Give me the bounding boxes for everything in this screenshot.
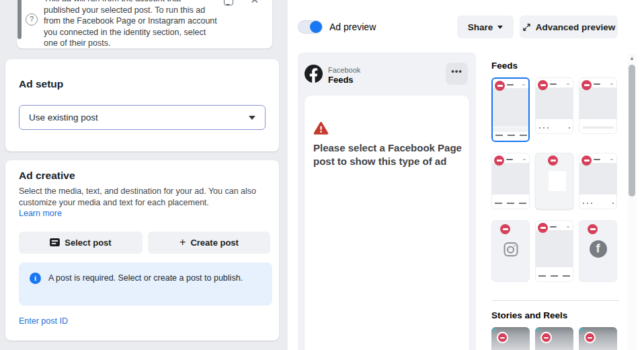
placement-thumbnail[interactable] <box>535 77 573 134</box>
placement-thumbnail[interactable] <box>491 77 530 142</box>
blocked-icon <box>495 81 505 91</box>
ad-preview-toggle[interactable] <box>298 20 323 34</box>
ad-setup-card: Ad setup Use existing post <box>5 59 279 151</box>
share-label: Share <box>468 22 493 32</box>
blocked-icon <box>497 332 508 343</box>
ad-preview-label: Ad preview <box>329 22 376 32</box>
plus-icon: + <box>179 236 186 248</box>
warning-icon <box>313 121 329 135</box>
blocked-icon <box>500 224 510 234</box>
facebook-icon: f <box>590 240 607 258</box>
placement-thumbnail[interactable] <box>535 153 573 209</box>
chevron-down-icon <box>249 116 255 123</box>
placement-preview-panel: Facebook Feeds ••• Please select a Faceb… <box>298 53 476 350</box>
toggle-knob <box>310 21 322 33</box>
instagram-icon <box>504 242 518 256</box>
ad-setup-dropdown[interactable]: Use existing post <box>19 105 266 130</box>
tooltip-text: This ad will run from the account thatpu… <box>44 0 217 49</box>
select-post-label: Select post <box>65 238 111 248</box>
ad-setup-title: Ad setup <box>19 78 63 90</box>
feedback-icon[interactable] <box>224 0 233 5</box>
close-icon[interactable]: ✕ <box>250 0 259 5</box>
stories-section-title: Stories and Reels <box>491 310 567 320</box>
chevron-down-icon <box>497 26 503 32</box>
platform-name: Facebook <box>328 66 360 74</box>
scrollbar-thumb[interactable] <box>629 65 635 197</box>
enter-post-id-link[interactable]: Enter post ID <box>19 316 68 326</box>
preview-card: Please select a Facebook Page post to sh… <box>305 96 469 350</box>
scroll-up-icon[interactable]: ▲ <box>627 55 637 61</box>
story-thumbnail[interactable] <box>579 327 617 350</box>
placements-list: Feeds f Stories and Reels <box>479 53 629 350</box>
identity-tooltip: ? This ad will run from the account that… <box>17 0 272 48</box>
feeds-thumbnails-grid: f <box>491 77 617 282</box>
info-icon: i <box>30 273 41 284</box>
stories-thumbnails-grid <box>491 327 617 350</box>
blocked-icon <box>548 155 558 166</box>
info-message: A post is required. Select or create a p… <box>48 272 258 284</box>
placement-thumbnail[interactable] <box>579 77 617 134</box>
select-post-button[interactable]: Select post <box>19 232 143 254</box>
advanced-preview-button[interactable]: Advanced preview <box>520 15 618 38</box>
blocked-icon <box>494 155 504 166</box>
post-icon <box>50 238 60 247</box>
ad-creative-description: Select the media, text, and destination … <box>19 186 268 209</box>
blocked-icon <box>584 332 596 343</box>
story-thumbnail[interactable] <box>535 327 573 350</box>
story-thumbnail[interactable] <box>491 327 530 350</box>
ad-creative-title: Ad creative <box>19 170 75 182</box>
panel-scrollbar: ▲ <box>627 54 637 350</box>
learn-more-link[interactable]: Learn more <box>19 209 62 218</box>
create-post-button[interactable]: + Create post <box>148 232 270 254</box>
section-divider <box>491 300 619 301</box>
ad-preview-panel: Ad preview Share Advanced preview Facebo… <box>288 0 644 350</box>
more-options-button[interactable]: ••• <box>446 63 468 85</box>
create-post-label: Create post <box>190 238 239 248</box>
facebook-icon <box>305 65 323 83</box>
dropdown-value: Use existing post <box>29 112 249 123</box>
blocked-icon <box>540 332 552 343</box>
expand-icon <box>522 23 531 32</box>
share-button[interactable]: Share <box>457 15 514 38</box>
help-icon[interactable]: ? <box>26 13 38 26</box>
blocked-icon <box>538 80 548 90</box>
blocked-icon <box>581 80 592 90</box>
placement-thumbnail[interactable] <box>491 153 530 209</box>
tooltip-scrollbar[interactable] <box>17 0 22 39</box>
blocked-icon <box>588 224 598 234</box>
placement-name: Feeds <box>328 75 354 85</box>
placement-thumbnail[interactable] <box>535 220 573 282</box>
placement-thumbnail[interactable] <box>491 220 530 282</box>
placement-thumbnail[interactable]: f <box>579 220 617 282</box>
placement-thumbnail[interactable] <box>579 153 617 209</box>
ad-creative-card: Ad creative Select the media, text, and … <box>5 160 279 341</box>
blocked-icon <box>581 155 592 166</box>
advanced-preview-label: Advanced preview <box>536 22 616 32</box>
feeds-section-title: Feeds <box>491 61 518 71</box>
post-required-infobox: i A post is required. Select or create a… <box>19 262 272 306</box>
blocked-icon <box>538 223 548 233</box>
preview-warning-message: Please select a Facebook Page post to sh… <box>313 141 467 168</box>
